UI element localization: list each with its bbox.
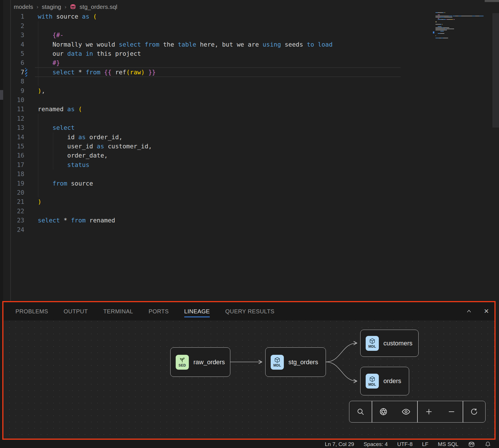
tab-lineage[interactable]: LINEAGE	[184, 302, 210, 320]
editor-line-22[interactable]: 22	[11, 206, 433, 216]
line-number[interactable]: 2	[11, 22, 24, 29]
editor-line-3[interactable]: 3 {#-	[11, 31, 433, 40]
line-code: renamed as (	[24, 105, 82, 113]
editor-line-18[interactable]: 18	[11, 170, 433, 179]
minimap-line	[435, 24, 443, 25]
panel-tab-bar: PROBLEMSOUTPUTTERMINALPORTSLINEAGEQUERY …	[3, 302, 494, 320]
line-code: select * from {{ ref(raw) }}	[24, 69, 156, 76]
editor-line-23[interactable]: 23select * from renamed	[11, 216, 433, 225]
seed-badge: SED	[176, 355, 189, 370]
tab-ports[interactable]: PORTS	[148, 302, 169, 320]
lineage-toolbar	[349, 401, 486, 423]
editor-line-10[interactable]: 10	[11, 95, 433, 104]
line-number[interactable]: 14	[11, 134, 24, 141]
line-number[interactable]: 13	[11, 124, 24, 131]
status-cursor-position[interactable]: Ln 7, Col 29	[325, 441, 354, 447]
zoom-out-button[interactable]	[443, 403, 460, 420]
line-number[interactable]: 18	[11, 170, 24, 178]
editor-line-15[interactable]: 15 user_id as customer_id,	[11, 142, 433, 151]
zoom-in-button[interactable]	[420, 403, 437, 420]
editor-scrollbar[interactable]	[492, 13, 499, 128]
code-editor[interactable]: 1with source as (23 {#-4 Normally we wou…	[11, 0, 433, 301]
editor-line-20[interactable]: 20	[11, 188, 433, 197]
lineage-canvas[interactable]: SEDraw_ordersMDLstg_ordersMDLcustomersMD…	[3, 320, 494, 439]
line-number[interactable]: 17	[11, 161, 24, 168]
editor-line-12[interactable]: 12	[11, 114, 433, 123]
status-encoding[interactable]: UTF-8	[397, 441, 413, 447]
panel-maximize-button[interactable]	[466, 308, 472, 315]
line-number[interactable]: 11	[11, 105, 24, 113]
panel-close-button[interactable]: ✕	[483, 308, 490, 315]
status-language-mode[interactable]: MS SQL	[438, 441, 458, 447]
line-code: ),	[24, 87, 45, 94]
minimap-modified-marker	[433, 31, 434, 33]
tab-terminal[interactable]: TERMINAL	[103, 302, 133, 320]
line-number[interactable]: 6	[11, 59, 24, 66]
status-eol[interactable]: LF	[422, 441, 428, 447]
line-number[interactable]: 12	[11, 115, 24, 122]
line-number[interactable]: 16	[11, 152, 24, 159]
sidebar-drag-handle[interactable]	[0, 90, 3, 100]
line-number[interactable]: 5	[11, 50, 24, 57]
lineage-node-orders[interactable]: MDLorders	[360, 367, 409, 395]
line-number[interactable]: 4	[11, 41, 24, 48]
editor-line-6[interactable]: 6 #}	[11, 58, 433, 67]
line-number[interactable]: 21	[11, 198, 24, 205]
editor-line-7[interactable]: 7 select * from {{ ref(raw) }}	[11, 67, 433, 77]
lineage-search-button[interactable]	[352, 403, 369, 420]
lineage-node-stg_orders[interactable]: MDLstg_orders	[265, 347, 326, 377]
status-indentation[interactable]: Spaces: 4	[364, 441, 388, 447]
line-number[interactable]: 22	[11, 208, 24, 215]
line-number[interactable]: 9	[11, 87, 24, 94]
copilot-status-button[interactable]	[468, 441, 475, 447]
model-badge: MDL	[271, 355, 284, 370]
line-code: id as order_id,	[24, 134, 122, 141]
tab-problems[interactable]: PROBLEMS	[15, 302, 48, 320]
lineage-capture-button[interactable]	[375, 403, 392, 420]
minimap-line	[435, 26, 441, 27]
line-number[interactable]: 23	[11, 217, 24, 224]
editor-line-1[interactable]: 1with source as (	[11, 12, 433, 21]
line-number[interactable]: 1	[11, 13, 24, 20]
minimap[interactable]	[433, 12, 492, 44]
tab-query-results[interactable]: QUERY RESULTS	[225, 302, 274, 320]
zoom-out-icon	[447, 408, 456, 416]
line-number[interactable]: 19	[11, 180, 24, 187]
top-scrollbar-fragment	[485, 0, 499, 2]
line-number[interactable]: 8	[11, 78, 24, 85]
line-number[interactable]: 7	[11, 69, 24, 76]
editor-line-8[interactable]: 8	[11, 77, 433, 86]
line-number[interactable]: 20	[11, 189, 24, 196]
tab-output[interactable]: OUTPUT	[64, 302, 88, 320]
line-code: Normally we would select from the table …	[24, 41, 332, 48]
refresh-icon	[470, 408, 478, 416]
minimap-line	[435, 12, 445, 13]
bell-icon	[485, 441, 491, 447]
line-number[interactable]: 10	[11, 96, 24, 103]
editor-line-24[interactable]: 24	[11, 225, 433, 234]
notifications-button[interactable]	[485, 441, 491, 447]
editor-line-21[interactable]: 21)	[11, 197, 433, 206]
editor-line-17[interactable]: 17 status	[11, 160, 433, 169]
lineage-node-customers[interactable]: MDLcustomers	[360, 330, 419, 357]
editor-line-14[interactable]: 14 id as order_id,	[11, 132, 433, 142]
minimap-line	[435, 27, 449, 28]
editor-line-11[interactable]: 11renamed as (	[11, 105, 433, 114]
line-number[interactable]: 15	[11, 143, 24, 150]
editor-line-13[interactable]: 13 select	[11, 123, 433, 132]
editor-line-4[interactable]: 4 Normally we would select from the tabl…	[11, 40, 433, 49]
lineage-node-raw_orders[interactable]: SEDraw_orders	[170, 347, 230, 377]
line-code: select	[24, 124, 75, 131]
lineage-visibility-button[interactable]	[397, 403, 415, 420]
line-number[interactable]: 24	[11, 226, 24, 233]
editor-line-9[interactable]: 9),	[11, 86, 433, 95]
node-label: raw_orders	[193, 359, 225, 366]
line-number[interactable]: 3	[11, 31, 24, 39]
editor-line-2[interactable]: 2	[11, 21, 433, 30]
lineage-refresh-button[interactable]	[466, 403, 483, 420]
editor-line-19[interactable]: 19 from source	[11, 179, 433, 188]
editor-line-5[interactable]: 5 our data in this project	[11, 49, 433, 58]
editor-line-16[interactable]: 16 order_date,	[11, 151, 433, 160]
copilot-icon	[468, 441, 475, 447]
line-code: #}	[24, 59, 60, 66]
